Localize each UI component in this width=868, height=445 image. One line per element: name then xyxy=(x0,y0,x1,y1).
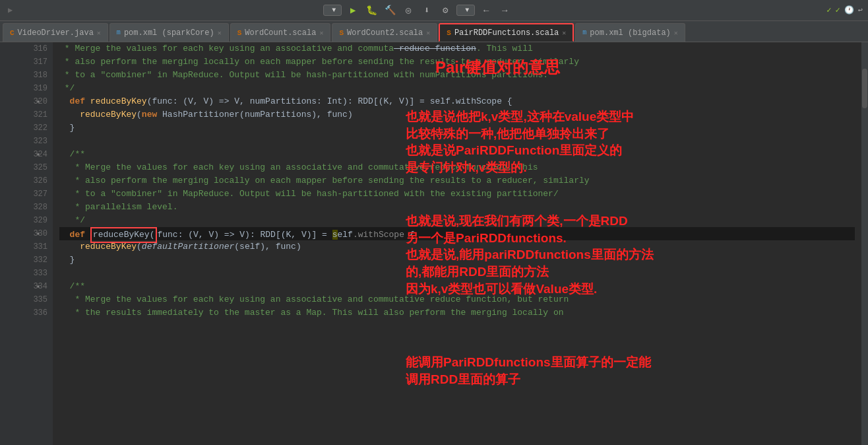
profile-button[interactable]: ⚙ xyxy=(438,3,452,18)
coverage-button[interactable]: ◎ xyxy=(401,3,416,18)
tab-wordcount2[interactable]: S WordCount2.scala ✕ xyxy=(332,23,437,42)
debug-button[interactable]: 🐛 xyxy=(364,3,379,18)
build-button[interactable]: 🔨 xyxy=(383,3,397,18)
code-line-318: * to a "combiner" in MapReduce. Output w… xyxy=(59,69,855,82)
code-line-321: reduceByKey(new HashPartitioner(numParti… xyxy=(59,108,855,121)
chevron-down-jrebel-icon: ▼ xyxy=(465,7,469,14)
code-line-326: * also perform the merging locally on ea… xyxy=(59,174,855,188)
code-line-322: } xyxy=(59,121,855,135)
line-number-335: 335 xyxy=(33,295,47,304)
java-icon: C xyxy=(10,29,15,37)
editor-scrollbar[interactable] xyxy=(861,42,868,445)
fold-icon-320[interactable]: ▾ xyxy=(36,98,40,106)
back-button[interactable]: ← xyxy=(479,3,493,18)
gutter-line-322: 322 xyxy=(0,121,53,135)
ann-4: 能调用PariRDDfunctions里面算子的一定能 调用RDD里面的算子 xyxy=(406,354,651,388)
gutter-line-335: 335 xyxy=(0,293,53,306)
tab-close-pomxml2[interactable]: ✕ xyxy=(674,29,678,37)
tab-close-videodriverj[interactable]: ✕ xyxy=(97,29,101,37)
clock-icon: 🕐 xyxy=(844,5,854,15)
line-number-333: 333 xyxy=(33,269,47,278)
gutter-line-320: 320▾ xyxy=(0,95,53,108)
code-line-316: * Merge the values for each key using an… xyxy=(59,42,855,55)
gutter-line-331: 331 xyxy=(0,240,53,254)
gutter-line-333: 333 xyxy=(0,267,53,280)
scala-icon-3: S xyxy=(447,29,451,37)
git-check2-icon: ✓ xyxy=(836,5,840,15)
gutter-line-328: 328 xyxy=(0,201,53,214)
toolbar: ▶ ▼ ▶ 🐛 🔨 ◎ ⬇ ⚙ ▼ ← → ✓ ✓ 🕐 ↩ xyxy=(0,0,868,21)
git-check1-icon: ✓ xyxy=(826,5,831,15)
line-number-317: 317 xyxy=(33,57,47,67)
line-number-331: 331 xyxy=(33,242,47,252)
tab-close-wordcount[interactable]: ✕ xyxy=(319,29,323,37)
gutter-line-316: 316 xyxy=(0,42,53,55)
fold-icon-330[interactable]: ▾ xyxy=(36,230,40,238)
gutter-line-334: 334▾ xyxy=(0,280,53,293)
tab-close-pairrddf[interactable]: ✕ xyxy=(562,29,566,37)
gutter-line-336: 336 xyxy=(0,306,53,320)
code-line-329: */ xyxy=(59,214,855,227)
tab-close-pomxml1[interactable]: ✕ xyxy=(218,29,222,37)
arrow-separator: ▶ xyxy=(8,5,13,15)
gutter-line-318: 318 xyxy=(0,69,53,82)
line-number-318: 318 xyxy=(33,71,47,80)
gutter-line-321: 321 xyxy=(0,108,53,121)
code-line-323 xyxy=(59,135,855,148)
line-number-322: 322 xyxy=(33,123,47,133)
scrollbar-thumb[interactable] xyxy=(862,69,867,108)
scala-icon-1: S xyxy=(237,29,242,37)
gutter-line-327: 327 xyxy=(0,188,53,201)
xml-icon-1: m xyxy=(117,29,121,36)
gutter-line-330: 330▾ xyxy=(0,227,53,240)
line-number-321: 321 xyxy=(33,110,47,120)
tab-pomxml1[interactable]: m pom.xml (sparkCore) ✕ xyxy=(109,23,229,42)
code-line-324: /** xyxy=(59,148,855,161)
code-line-320: def reduceByKey(func: (V, V) => V, numPa… xyxy=(59,95,855,108)
run-alt-button[interactable]: ⬇ xyxy=(419,3,434,18)
code-line-328: * parallelism level. xyxy=(59,201,855,214)
tab-close-wordcount2[interactable]: ✕ xyxy=(426,29,430,37)
line-number-320: 320 xyxy=(33,97,47,106)
fold-icon-324[interactable]: ▾ xyxy=(36,151,40,158)
gutter-line-317: 317 xyxy=(0,55,53,69)
tab-videodriverj[interactable]: C VideoDriver.java ✕ xyxy=(3,23,108,42)
code-line-319: */ xyxy=(59,82,855,95)
code-line-325: * Merge the values for each key using an… xyxy=(59,161,855,174)
xml-icon-2: m xyxy=(582,29,586,36)
code-line-327: * to a "combiner" in MapReduce. Output w… xyxy=(59,188,855,201)
code-line-331: reduceByKey(defaultPartitioner(self), fu… xyxy=(59,240,855,254)
tab-wordcount[interactable]: S WordCount.scala ✕ xyxy=(230,23,331,42)
fold-icon-334[interactable]: ▾ xyxy=(36,283,40,291)
gutter-line-323: 323 xyxy=(0,135,53,148)
line-number-332: 332 xyxy=(33,256,47,265)
line-number-319: 319 xyxy=(33,84,47,93)
tab-label-pomxml2: pom.xml (bigdata) xyxy=(590,28,670,38)
tab-label-pairrddf: PairRDDFunctions.scala xyxy=(454,28,559,38)
tab-pairrddf[interactable]: S PairRDDFunctions.scala ✕ xyxy=(439,23,574,42)
tab-label-pomxml1: pom.xml (sparkCore) xyxy=(124,28,214,38)
code-line-334: /** xyxy=(59,280,855,293)
line-number-325: 325 xyxy=(33,163,47,172)
toolbar-right: ✓ ✓ 🕐 ↩ xyxy=(822,5,863,15)
tab-label-videodriverj: VideoDriver.java xyxy=(18,28,94,38)
line-number-328: 328 xyxy=(33,203,47,212)
line-number-326: 326 xyxy=(33,176,47,186)
toolbar-middle: ▼ ▶ 🐛 🔨 ◎ ⬇ ⚙ ▼ ← → xyxy=(16,3,819,18)
code-line-336: * the results immediately to the master … xyxy=(59,306,855,320)
line-number-330: 330 xyxy=(33,229,47,238)
gutter-line-332: 332 xyxy=(0,254,53,267)
gutter-line-329: 329 xyxy=(0,214,53,227)
tab-pomxml2[interactable]: m pom.xml (bigdata) ✕ xyxy=(575,23,685,42)
forward-button[interactable]: → xyxy=(497,3,512,18)
line-number-336: 336 xyxy=(33,308,47,318)
run-config-dropdown[interactable]: ▼ xyxy=(323,5,342,16)
toolbar-left: ▶ xyxy=(5,5,13,15)
code-line-317: * also perform the merging locally on ea… xyxy=(59,55,855,69)
line-number-324: 324 xyxy=(33,150,47,159)
run-button[interactable]: ▶ xyxy=(346,3,360,18)
gutter-line-325: 325 xyxy=(0,161,53,174)
jrebel-dropdown[interactable]: ▼ xyxy=(456,5,475,16)
code-content[interactable]: * Merge the values for each key using an… xyxy=(53,42,861,445)
line-number-gutter: 316317318319320▾321322323324▾32532632732… xyxy=(0,42,53,445)
